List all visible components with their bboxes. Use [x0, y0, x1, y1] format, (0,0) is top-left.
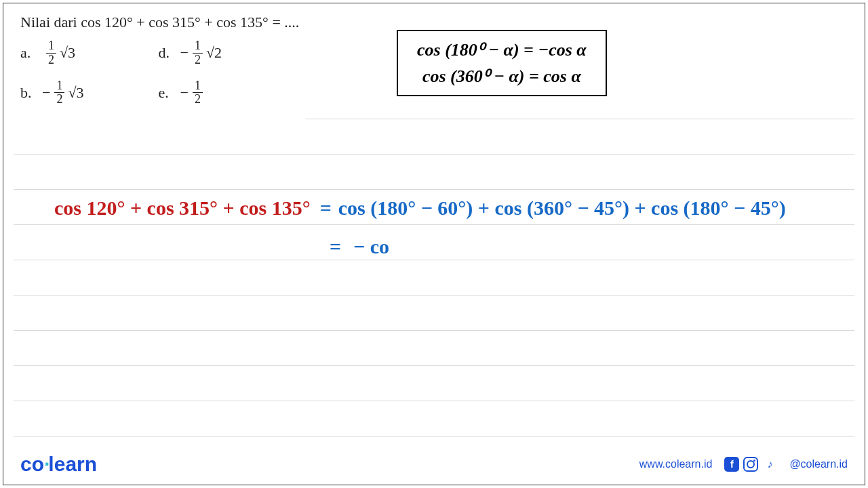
tiktok-icon: ♪ — [762, 457, 777, 472]
facebook-icon: f — [724, 457, 739, 472]
lined-workspace — [14, 119, 854, 441]
option-d: d. − 12 √2 — [159, 39, 222, 67]
option-root: √3 — [60, 44, 75, 62]
fraction: 12 — [54, 79, 64, 107]
option-root: √2 — [206, 44, 222, 62]
work-rhs-2: − co — [353, 227, 389, 266]
fraction: 12 — [193, 79, 203, 107]
identity-line-2: cos (360⁰ − α) = cos α — [417, 63, 587, 89]
instagram-icon — [743, 457, 758, 472]
work-lhs: cos 120° + cos 315° + cos 135° — [54, 188, 311, 227]
footer-url: www.colearn.id — [639, 458, 713, 470]
option-label: e. — [159, 84, 171, 102]
identity-line-1: cos (180⁰ − α) = −cos α — [417, 37, 587, 63]
option-sign: − — [180, 44, 189, 62]
handwritten-work: cos 120° + cos 315° + cos 135° = cos (18… — [54, 188, 848, 266]
equals-sign: = — [330, 227, 341, 266]
fraction: 12 — [193, 39, 203, 67]
identity-formula-box: cos (180⁰ − α) = −cos α cos (360⁰ − α) =… — [397, 30, 607, 96]
work-rhs-1: cos (180° − 60°) + cos (360° − 45°) + co… — [338, 188, 786, 227]
option-sign: − — [180, 84, 189, 102]
option-label: d. — [159, 44, 171, 62]
option-b: b. − 12 √3 — [20, 79, 84, 107]
social-icons: f ♪ — [724, 457, 777, 472]
colearn-logo: co·learn — [20, 453, 97, 476]
question-text: Nilai dari cos 120° + cos 315° + cos 135… — [20, 14, 848, 31]
fraction: 12 — [46, 39, 56, 67]
option-root: √3 — [68, 84, 83, 102]
footer: co·learn www.colearn.id f ♪ @colearn.id — [20, 453, 848, 476]
option-a: a. 12 √3 — [20, 39, 84, 67]
equals-sign: = — [320, 188, 332, 227]
social-handle: @colearn.id — [789, 458, 848, 470]
option-sign: − — [42, 84, 50, 102]
option-e: e. − 12 — [159, 79, 222, 107]
option-label: a. — [20, 44, 33, 62]
option-label: b. — [20, 84, 33, 102]
